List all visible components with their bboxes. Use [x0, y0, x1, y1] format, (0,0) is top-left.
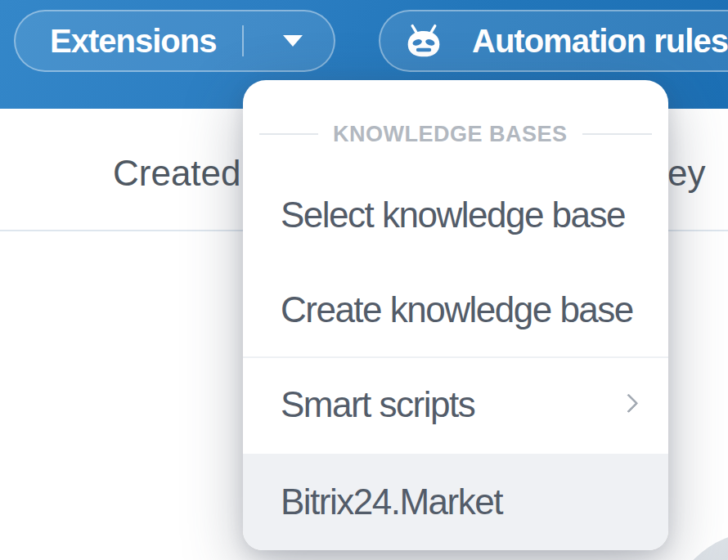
menu-item-label: Smart scripts — [281, 384, 474, 425]
menu-separator — [243, 356, 668, 358]
screen: Extensions Automation rules Created ey K… — [0, 0, 728, 560]
knowledge-bases-menu: KNOWLEDGE BASES Select knowledge base Cr… — [243, 80, 668, 550]
automation-rules-button[interactable]: Automation rules — [379, 10, 728, 72]
floating-widget-button[interactable] — [667, 531, 728, 560]
section-title: KNOWLEDGE BASES — [333, 122, 568, 147]
chevron-right-icon — [618, 393, 638, 413]
menu-item-bitrix24-market[interactable]: Bitrix24.Market — [243, 454, 668, 550]
section-line-right — [582, 133, 652, 135]
content-header-text-fragment: ey — [667, 154, 705, 193]
menu-section-header: KNOWLEDGE BASES — [259, 119, 652, 149]
menu-item-select-knowledge-base[interactable]: Select knowledge base — [243, 186, 668, 244]
automation-rules-label: Automation rules — [472, 23, 728, 60]
menu-item-create-knowledge-base[interactable]: Create knowledge base — [243, 281, 668, 338]
menu-item-label: Bitrix24.Market — [281, 482, 502, 522]
menu-item-label: Create knowledge base — [281, 289, 633, 330]
menu-item-smart-scripts[interactable]: Smart scripts — [243, 376, 668, 433]
dropdown-caret-icon[interactable] — [283, 35, 303, 47]
extensions-label: Extensions — [50, 23, 216, 60]
menu-item-label: Select knowledge base — [281, 195, 625, 235]
extensions-button[interactable]: Extensions — [14, 10, 335, 72]
content-header-text-created: Created — [113, 154, 241, 193]
button-divider — [242, 25, 244, 56]
section-line-left — [259, 133, 318, 135]
robot-icon — [405, 23, 443, 59]
